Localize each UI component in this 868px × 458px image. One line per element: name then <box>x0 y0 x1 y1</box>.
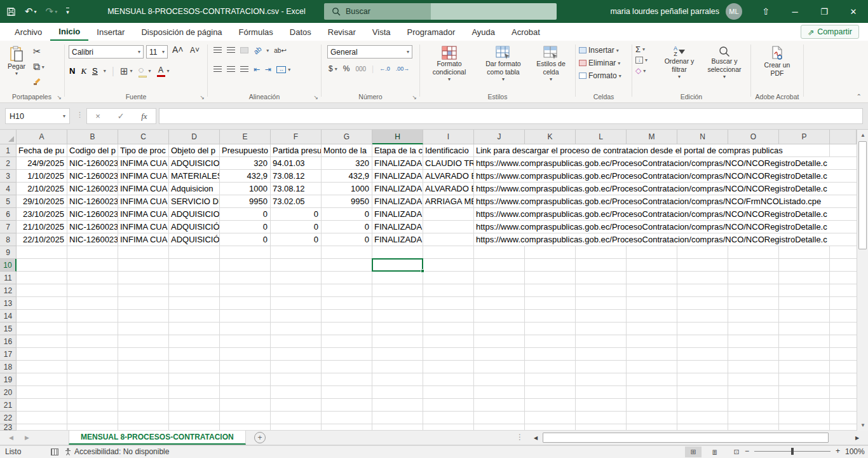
underline-button[interactable]: S <box>92 66 98 76</box>
tab-archivo[interactable]: Archivo <box>6 23 50 41</box>
page-layout-view-icon[interactable]: 🗏 <box>707 447 723 457</box>
row-header-14[interactable]: 14 <box>0 310 17 323</box>
cell-I6[interactable] <box>423 208 474 221</box>
cell-D5[interactable]: SERVICIO DE <box>169 195 220 208</box>
cell-B7[interactable]: NIC-1260023 <box>67 221 118 233</box>
cell-styles-button[interactable]: Estilos de celda▾ <box>531 43 571 83</box>
conditional-formatting-button[interactable]: Formato condicional▾ <box>424 43 474 83</box>
cell-O15[interactable] <box>728 323 779 335</box>
cell-J14[interactable] <box>474 310 525 323</box>
cell-C6[interactable]: INFIMA CUA <box>118 208 169 221</box>
decrease-decimal-icon[interactable]: .00→ <box>396 66 410 72</box>
row-header-18[interactable]: 18 <box>0 361 17 373</box>
cell-B23[interactable] <box>67 424 118 431</box>
cell-L16[interactable] <box>576 335 627 348</box>
cell-Q18[interactable] <box>830 361 857 373</box>
cell-A22[interactable] <box>17 412 67 424</box>
undo-button[interactable]: ↶▾ <box>25 6 37 17</box>
minimize-button[interactable]: ─ <box>780 0 810 23</box>
row-header-22[interactable]: 22 <box>0 412 17 424</box>
increase-indent-icon[interactable]: ⇥ <box>265 65 271 74</box>
orientation-button[interactable]: ab <box>252 45 263 55</box>
row-header-23[interactable]: 23 <box>0 424 17 431</box>
row-header-21[interactable]: 21 <box>0 399 17 412</box>
cell-O16[interactable] <box>728 335 779 348</box>
cell-G17[interactable] <box>322 348 372 361</box>
cell-C4[interactable]: INFIMA CUA <box>118 183 169 195</box>
cell-E1[interactable]: Presupuesto <box>220 144 271 157</box>
cell-C20[interactable] <box>118 386 169 399</box>
cell-P9[interactable] <box>779 246 830 259</box>
cell-E2[interactable]: 320 <box>220 157 271 170</box>
formula-input[interactable] <box>159 108 863 124</box>
page-break-view-icon[interactable]: ⊡ <box>728 447 745 457</box>
decrease-indent-icon[interactable]: ⇤ <box>254 65 260 74</box>
cell-M19[interactable] <box>627 373 677 386</box>
cell-I21[interactable] <box>423 399 474 412</box>
cell-B19[interactable] <box>67 373 118 386</box>
cell-I17[interactable] <box>423 348 474 361</box>
bold-button[interactable]: N <box>69 66 75 76</box>
cell-J3[interactable]: https://www.compraspublicas.gob.ec/Proce… <box>474 170 857 183</box>
cell-I5[interactable]: ARRIAGA ME <box>423 195 474 208</box>
cell-A15[interactable] <box>17 323 67 335</box>
cell-G14[interactable] <box>322 310 372 323</box>
cell-M18[interactable] <box>627 361 677 373</box>
font-dialog-launcher-icon[interactable]: ↘ <box>200 94 205 101</box>
cell-L23[interactable] <box>576 424 627 431</box>
align-bottom-icon[interactable] <box>240 47 248 53</box>
cell-H13[interactable] <box>372 297 423 310</box>
cell-D22[interactable] <box>169 412 220 424</box>
cell-E14[interactable] <box>220 310 271 323</box>
zoom-in-icon[interactable]: + <box>836 447 840 455</box>
cell-K15[interactable] <box>525 323 576 335</box>
cell-G2[interactable]: 320 <box>322 157 372 170</box>
column-header-L[interactable]: L <box>576 130 627 144</box>
cell-Q19[interactable] <box>830 373 857 386</box>
cell-E22[interactable] <box>220 412 271 424</box>
font-name-select[interactable]: Calibri▾ <box>69 45 144 59</box>
row-header-5[interactable]: 5 <box>0 195 17 208</box>
create-pdf-button[interactable]: Crear un PDF <box>758 43 796 78</box>
cell-A8[interactable]: 22/10/2025 <box>17 233 67 246</box>
cell-E19[interactable] <box>220 373 271 386</box>
cell-C22[interactable] <box>118 412 169 424</box>
cell-C18[interactable] <box>118 361 169 373</box>
cell-F5[interactable]: 73.02.05 <box>271 195 322 208</box>
cell-Q20[interactable] <box>830 386 857 399</box>
tab-ayuda[interactable]: Ayuda <box>463 23 503 41</box>
cell-O10[interactable] <box>728 259 779 272</box>
cell-C5[interactable]: INFIMA CUA <box>118 195 169 208</box>
cell-H12[interactable] <box>372 284 423 297</box>
search-input[interactable]: Buscar <box>324 3 557 20</box>
cell-B4[interactable]: NIC-1260023 <box>67 183 118 195</box>
cell-C10[interactable] <box>118 259 169 272</box>
cell-P21[interactable] <box>779 399 830 412</box>
cell-F20[interactable] <box>271 386 322 399</box>
ribbon-display-options-icon[interactable]: ⇧ <box>751 0 780 23</box>
cell-F3[interactable]: 73.08.12 <box>271 170 322 183</box>
cell-J7[interactable]: https://www.compraspublicas.gob.ec/Proce… <box>474 221 857 233</box>
cell-F4[interactable]: 73.08.12 <box>271 183 322 195</box>
cell-K10[interactable] <box>525 259 576 272</box>
row-header-3[interactable]: 3 <box>0 170 17 183</box>
cell-P20[interactable] <box>779 386 830 399</box>
cell-I3[interactable]: ALVARADO E <box>423 170 474 183</box>
cell-I10[interactable] <box>423 259 474 272</box>
horizontal-scrollbar[interactable]: ◀ ▶ <box>531 432 862 443</box>
cell-B3[interactable]: NIC-1260023 <box>67 170 118 183</box>
cell-F6[interactable]: 0 <box>271 208 322 221</box>
cell-D15[interactable] <box>169 323 220 335</box>
cell-H16[interactable] <box>372 335 423 348</box>
cell-F2[interactable]: 94.01.03 <box>271 157 322 170</box>
cell-F16[interactable] <box>271 335 322 348</box>
cell-G11[interactable] <box>322 272 372 284</box>
row-header-12[interactable]: 12 <box>0 284 17 297</box>
row-header-15[interactable]: 15 <box>0 323 17 335</box>
cell-B17[interactable] <box>67 348 118 361</box>
cell-B15[interactable] <box>67 323 118 335</box>
collapse-ribbon-icon[interactable]: ⌃ <box>857 93 862 100</box>
font-size-select[interactable]: 11▾ <box>146 45 168 59</box>
cell-M15[interactable] <box>627 323 677 335</box>
cell-D19[interactable] <box>169 373 220 386</box>
